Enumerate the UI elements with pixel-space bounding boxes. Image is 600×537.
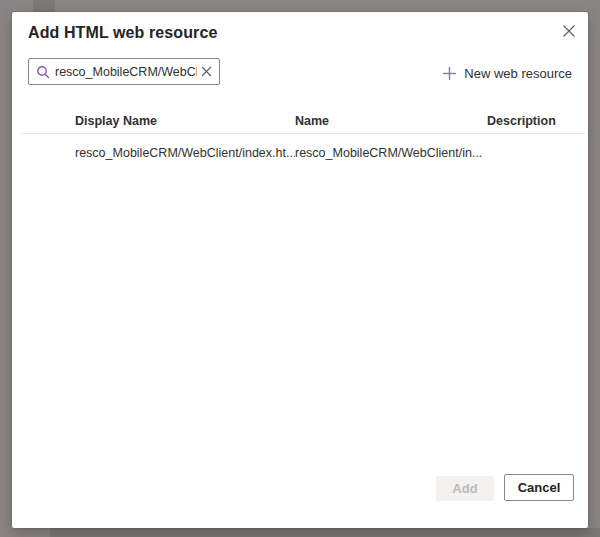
cell-display-name: resco_MobileCRM/WebClient/index.ht... <box>75 146 295 160</box>
table-header-row: Display Name Name Description <box>12 110 588 132</box>
close-icon <box>562 24 576 42</box>
add-html-web-resource-dialog: Add HTML web resource <box>12 12 588 528</box>
add-button[interactable]: Add <box>436 476 494 501</box>
background-page-remnant-top <box>33 0 55 12</box>
column-header-display-name[interactable]: Display Name <box>75 114 295 128</box>
cell-name: resco_MobileCRM/WebClient/in... <box>295 146 487 160</box>
new-web-resource-label: New web resource <box>464 66 572 81</box>
search-input[interactable] <box>55 65 197 79</box>
search-box[interactable] <box>28 58 220 85</box>
search-clear-button[interactable] <box>197 63 215 81</box>
plus-icon <box>442 66 457 81</box>
table-row[interactable]: resco_MobileCRM/WebClient/index.ht... re… <box>12 140 588 166</box>
new-web-resource-button[interactable]: New web resource <box>442 62 572 84</box>
column-header-name[interactable]: Name <box>295 114 487 128</box>
table-header-divider <box>20 133 585 134</box>
close-button[interactable] <box>557 21 581 45</box>
cancel-button[interactable]: Cancel <box>504 474 574 501</box>
dialog-title: Add HTML web resource <box>28 24 217 42</box>
background-page-remnant-bottom <box>50 528 600 537</box>
search-icon <box>36 65 50 79</box>
column-header-description[interactable]: Description <box>487 114 567 128</box>
